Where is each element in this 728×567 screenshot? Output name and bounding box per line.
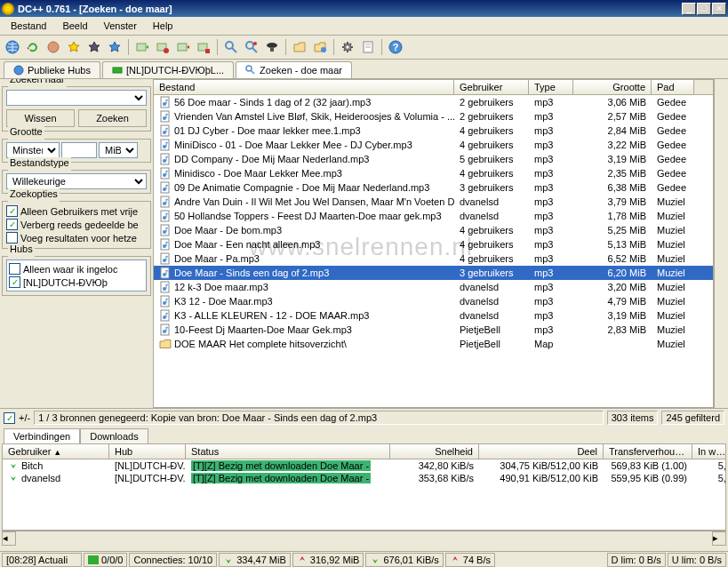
audio-file-icon bbox=[159, 181, 172, 194]
filetype-select[interactable]: Willekeurige bbox=[6, 173, 147, 189]
tab-verbindingen[interactable]: Verbindingen bbox=[4, 428, 80, 443]
own-list-icon[interactable] bbox=[311, 38, 329, 56]
search-icon[interactable] bbox=[222, 38, 240, 56]
menu-help[interactable]: Help bbox=[146, 19, 180, 33]
result-row[interactable]: MiniDisco - 01 - Doe Maar Lekker Mee - D… bbox=[154, 138, 713, 152]
svg-rect-14 bbox=[270, 47, 274, 52]
fav-dark-star-icon[interactable] bbox=[85, 38, 103, 56]
result-row[interactable]: 10-Feest Dj Maarten-Doe Maar Gek.mp3Piet… bbox=[154, 323, 713, 337]
col-pad[interactable]: Pad bbox=[652, 80, 694, 94]
result-row[interactable]: Doe Maar - Sinds een dag of 2.mp33 gebru… bbox=[154, 266, 713, 280]
audio-file-icon bbox=[159, 124, 172, 137]
app-icon bbox=[2, 3, 14, 15]
results-scrollbar[interactable] bbox=[714, 79, 728, 408]
transfer-row[interactable]: dvanelsd[NL]DUTCH-ÐV...[T][Z] Bezig met … bbox=[3, 472, 725, 484]
menu-venster[interactable]: Venster bbox=[97, 19, 144, 33]
adl-search-icon[interactable] bbox=[243, 38, 260, 56]
svg-rect-29 bbox=[161, 111, 169, 122]
settings-gear-icon[interactable] bbox=[339, 38, 356, 56]
horizontal-scrollbar[interactable]: ◂ ▸ bbox=[2, 531, 726, 545]
scroll-right-button[interactable]: ▸ bbox=[712, 531, 726, 546]
audio-file-icon bbox=[159, 323, 172, 336]
maximize-button[interactable]: □ bbox=[697, 3, 711, 15]
chk-append-results[interactable] bbox=[6, 232, 18, 244]
chk-only-free-slots[interactable] bbox=[6, 205, 18, 217]
reconnect-icon[interactable] bbox=[24, 38, 42, 56]
result-row[interactable]: K3 12 - Doe Maar.mp3dvanelsdmp34,79 MiBM… bbox=[154, 294, 713, 308]
result-row[interactable]: DOE MAAR Het complete hitsoverzicht\Piet… bbox=[154, 337, 713, 351]
chk-hide-shared[interactable] bbox=[6, 219, 18, 230]
scroll-left-button[interactable]: ◂ bbox=[2, 531, 16, 546]
audio-file-icon bbox=[159, 224, 172, 236]
col-gebruiker[interactable]: Gebruiker ▲ bbox=[3, 444, 109, 459]
svg-point-30 bbox=[163, 116, 166, 120]
open-list-icon[interactable] bbox=[291, 38, 308, 56]
col-deel[interactable]: Deel bbox=[479, 444, 604, 459]
follow-icon[interactable] bbox=[44, 38, 62, 56]
search-term-input[interactable] bbox=[6, 90, 147, 106]
col-status[interactable]: Status bbox=[186, 444, 390, 459]
minimize-button[interactable]: _ bbox=[682, 3, 696, 15]
tab-zoeken[interactable]: Zoeken - doe maar bbox=[236, 61, 352, 78]
result-row[interactable]: Vrienden Van Amstel Live Bløf, Skik, Hei… bbox=[154, 109, 713, 124]
col-gebruiker[interactable]: Gebruiker bbox=[454, 80, 529, 94]
fav-gold-star-icon[interactable] bbox=[65, 38, 83, 56]
col-snelheid[interactable]: Snelheid bbox=[390, 444, 479, 459]
result-row[interactable]: 56 Doe maar - Sinds 1 dag of 2 (32 jaar)… bbox=[154, 95, 713, 109]
finished-dl-icon[interactable] bbox=[154, 38, 172, 56]
tab-hub[interactable]: [NL]DUTCH-ÐVЮþL... bbox=[102, 61, 234, 78]
col-transferverhouding[interactable]: Transferverhouding bbox=[604, 444, 692, 459]
menubar: Bestand Beeld Venster Help bbox=[0, 17, 728, 36]
upload-queue-icon[interactable] bbox=[174, 38, 192, 56]
group-zoekopties: Zoekopties Alleen Gebruikers met vrije V… bbox=[2, 196, 151, 249]
result-row[interactable]: Doe Maar - De bom.mp34 gebruikersmp35,25… bbox=[154, 223, 713, 237]
chk-hub-dutch[interactable] bbox=[9, 276, 20, 288]
menu-bestand[interactable]: Bestand bbox=[4, 19, 53, 33]
audio-file-icon bbox=[159, 238, 172, 251]
notepad-icon[interactable] bbox=[359, 38, 377, 56]
finished-ul-icon[interactable] bbox=[195, 38, 212, 56]
col-bestand[interactable]: Bestand bbox=[154, 80, 454, 94]
result-row[interactable]: Doe Maar - Een nacht alleen.mp34 gebruik… bbox=[154, 237, 713, 252]
result-row[interactable]: 12 k-3 Doe maar.mp3dvanelsdmp33,20 MiBMu… bbox=[154, 280, 713, 294]
menu-beeld[interactable]: Beeld bbox=[55, 19, 94, 33]
col-hub[interactable]: Hub bbox=[109, 444, 186, 459]
close-button[interactable]: × bbox=[712, 3, 726, 15]
result-row[interactable]: 01 DJ Cyber - Doe maar lekker mee.1.mp34… bbox=[154, 124, 713, 138]
svg-point-1 bbox=[48, 42, 59, 52]
sb-down-speed: 676,01 KiB/s bbox=[365, 553, 443, 567]
toggle-checkbox[interactable] bbox=[4, 412, 15, 424]
size-mode-select[interactable]: Minstens bbox=[6, 142, 60, 158]
chk-hub-logged-in[interactable] bbox=[9, 263, 20, 275]
col-wacht[interactable]: In wacht bbox=[692, 444, 726, 459]
fav-blue-star-icon[interactable] bbox=[106, 38, 124, 56]
result-row[interactable]: K3 - ALLE KLEUREN - 12 - DOE MAAR.mp3dva… bbox=[154, 308, 713, 323]
tab-publieke-hubs[interactable]: Publieke Hubs bbox=[4, 61, 100, 78]
audio-file-icon bbox=[159, 252, 172, 265]
result-row[interactable]: 09 De Animatie Compagnie - Doe Mij Maar … bbox=[154, 180, 713, 195]
col-grootte[interactable]: Grootte bbox=[573, 80, 652, 94]
globe-icon[interactable] bbox=[4, 38, 21, 56]
group-zoeken-naar: Zoeken naar Wissen Zoeken bbox=[2, 81, 151, 132]
result-row[interactable]: Minidisco - Doe Maar Lekker Mee.mp34 geb… bbox=[154, 166, 713, 180]
queue-icon[interactable] bbox=[133, 38, 151, 56]
size-value-input[interactable] bbox=[61, 142, 97, 158]
spy-icon[interactable] bbox=[263, 38, 281, 56]
result-row[interactable]: Doe Maar - Pa.mp34 gebruikersmp36,52 MiB… bbox=[154, 252, 713, 266]
result-row[interactable]: DD Company - Doe Mij Maar Nederland.mp35… bbox=[154, 152, 713, 166]
svg-rect-61 bbox=[88, 555, 99, 564]
result-row[interactable]: 50 Hollandse Toppers - Feest DJ Maarten-… bbox=[154, 209, 713, 223]
svg-point-23 bbox=[14, 66, 23, 75]
tab-downloads[interactable]: Downloads bbox=[80, 428, 148, 443]
svg-point-34 bbox=[163, 145, 166, 148]
wissen-button[interactable]: Wissen bbox=[6, 109, 75, 127]
size-unit-select[interactable]: MiB bbox=[99, 142, 138, 158]
col-type[interactable]: Type bbox=[529, 80, 573, 94]
help-icon[interactable]: ? bbox=[387, 38, 404, 56]
transfer-row[interactable]: Bitch[NL]DUTCH-ÐV...[T][Z] Bezig met dow… bbox=[3, 459, 725, 472]
titlebar: DC++ 0.761 - [Zoeken - doe maar] _ □ × bbox=[0, 0, 728, 17]
svg-point-4 bbox=[164, 48, 169, 53]
zoeken-button[interactable]: Zoeken bbox=[78, 109, 147, 127]
result-row[interactable]: Andre Van Duin - Il Wil Met Jou Wel Dans… bbox=[154, 195, 713, 209]
audio-file-icon bbox=[159, 309, 172, 322]
